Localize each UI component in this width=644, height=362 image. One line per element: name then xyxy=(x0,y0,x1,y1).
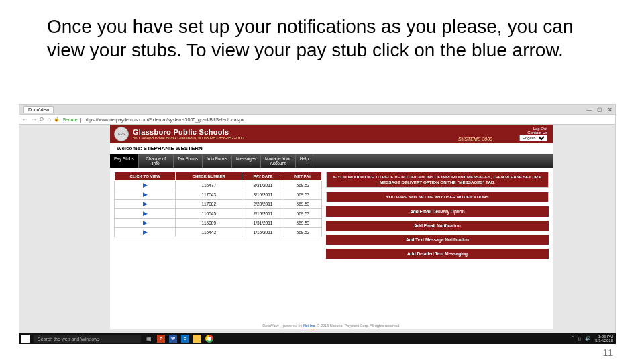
cell-date: 2/28/2011 xyxy=(242,200,284,209)
table-row: ▶1170433/15/2011569.53 xyxy=(115,190,322,200)
add-text-message-button[interactable]: Add Text Message Notification xyxy=(326,235,549,245)
view-arrow-icon[interactable]: ▶ xyxy=(143,182,148,188)
tray-up-icon[interactable]: ˄ xyxy=(572,336,574,341)
cell-net: 569.53 xyxy=(284,200,321,209)
cell-check: 115443 xyxy=(176,228,242,237)
window-close-icon[interactable]: ✕ xyxy=(608,107,612,113)
menu-help[interactable]: Help xyxy=(296,154,313,168)
notice-box: IF YOU WOULD LIKE TO RECEIVE NOTIFICATIO… xyxy=(326,172,549,188)
cell-net: 569.53 xyxy=(284,228,321,237)
browser-tab[interactable]: DocuView xyxy=(23,106,54,113)
empty-notice-box: YOU HAVE NOT SET UP ANY USER NOTIFICATIO… xyxy=(326,192,549,202)
slide-instruction: Once you have set up your notifications … xyxy=(47,15,610,62)
org-address: 560 Joseph Bowe Blvd • Glassboro, NJ 080… xyxy=(133,136,244,140)
outlook-icon[interactable]: O xyxy=(181,335,189,343)
browser-tabbar: DocuView — ▢ ✕ xyxy=(19,105,615,114)
menu-manage-account[interactable]: Manage Your Account xyxy=(261,154,296,168)
browser-viewport: GPS Glassboro Public Schools 560 Joseph … xyxy=(19,125,615,333)
cell-date: 3/31/2011 xyxy=(242,181,284,190)
nav-reload-icon[interactable]: ⟳ xyxy=(40,116,45,123)
app-page: GPS Glassboro Public Schools 560 Joseph … xyxy=(110,125,553,329)
nav-back-icon[interactable]: ← xyxy=(22,116,28,123)
cell-date: 2/15/2011 xyxy=(242,209,284,219)
table-row: ▶1154431/15/2011569.53 xyxy=(115,228,322,237)
th-date: PAY DATE xyxy=(242,172,284,181)
app-header: GPS Glassboro Public Schools 560 Joseph … xyxy=(110,125,553,143)
cell-net: 569.53 xyxy=(284,219,321,228)
browser-address-bar: ← → ⟳ ⌂ 🔒 Secure | https://www.netpaydem… xyxy=(19,114,615,125)
cell-date: 1/15/2011 xyxy=(242,228,284,237)
notice-text: IF YOU WOULD LIKE TO RECEIVE NOTIFICATIO… xyxy=(327,172,548,187)
cell-check: 116477 xyxy=(176,181,242,190)
browser-window: DocuView — ▢ ✕ ← → ⟳ ⌂ 🔒 Secure | https:… xyxy=(19,104,616,333)
brand-label: SYSTEMS 3000 xyxy=(458,137,492,141)
chrome-icon[interactable] xyxy=(205,335,213,343)
menu-info-forms[interactable]: Info Forms xyxy=(203,154,232,168)
url-separator: | xyxy=(80,117,82,122)
nav-forward-icon[interactable]: → xyxy=(31,116,37,123)
start-button-icon[interactable] xyxy=(21,335,30,343)
app-footer: DocuView – powered by Net Inc. © 2018 Na… xyxy=(110,324,553,328)
welcome-bar: Welcome: STEPHANIE WESTERN xyxy=(110,143,553,154)
cell-net: 569.53 xyxy=(284,190,321,200)
cell-net: 569.53 xyxy=(284,209,321,219)
main-menu: Pay Stubs Change of Info Tax Forms Info … xyxy=(110,154,553,168)
menu-messages[interactable]: Messages xyxy=(232,154,261,168)
language-select[interactable]: English xyxy=(519,135,547,141)
add-detailed-text-button[interactable]: Add Detailed Text Messaging xyxy=(326,249,549,259)
th-net: NET PAY xyxy=(284,172,321,181)
window-minimize-icon[interactable]: — xyxy=(586,107,592,113)
view-arrow-icon[interactable]: ▶ xyxy=(143,219,148,226)
footer-link[interactable]: Net Inc. xyxy=(303,324,316,328)
menu-change-info[interactable]: Change of Info xyxy=(139,154,174,168)
word-icon[interactable]: W xyxy=(169,335,177,343)
table-row: ▶1165452/15/2011569.53 xyxy=(115,209,322,219)
task-view-icon[interactable]: ▦ xyxy=(145,335,153,343)
taskbar-date: 5/14/2018 xyxy=(595,339,613,343)
cell-date: 3/15/2011 xyxy=(242,190,284,200)
table-row: ▶1170822/28/2011569.53 xyxy=(115,200,322,209)
view-arrow-icon[interactable]: ▶ xyxy=(143,191,148,198)
th-check: CHECK NUMBER xyxy=(176,172,242,181)
cell-date: 1/31/2011 xyxy=(242,219,284,228)
view-arrow-icon[interactable]: ▶ xyxy=(143,210,148,217)
cell-check: 116545 xyxy=(176,209,242,219)
menu-tax-forms[interactable]: Tax Forms xyxy=(174,154,203,168)
add-email-delivery-button[interactable]: Add Email Delivery Option xyxy=(326,206,549,217)
cell-check: 116089 xyxy=(176,219,242,228)
th-click: CLICK TO VIEW xyxy=(115,172,176,181)
windows-taskbar: Search the web and Windows ▦ P W O ˄ ▯ 🔊… xyxy=(19,333,616,344)
table-row: ▶1164773/31/2011569.53 xyxy=(115,181,322,190)
pay-stub-table: CLICK TO VIEW CHECK NUMBER PAY DATE NET … xyxy=(114,172,322,237)
cell-check: 117043 xyxy=(176,190,242,200)
org-name: Glassboro Public Schools xyxy=(133,128,244,136)
address-url[interactable]: https://www.netpaydemos.com/External/sys… xyxy=(84,117,244,122)
table-row: ▶1160891/31/2011569.53 xyxy=(115,219,322,228)
window-maximize-icon[interactable]: ▢ xyxy=(597,107,602,113)
tray-network-icon[interactable]: ▯ xyxy=(578,336,581,341)
school-seal-icon: GPS xyxy=(114,127,129,141)
lock-icon: 🔒 xyxy=(54,117,60,122)
add-email-notification-button[interactable]: Add Email Notification xyxy=(326,221,549,231)
view-arrow-icon[interactable]: ▶ xyxy=(143,229,148,235)
powerpoint-icon[interactable]: P xyxy=(157,335,165,343)
menu-pay-stubs[interactable]: Pay Stubs xyxy=(110,154,139,168)
secure-label: Secure xyxy=(62,117,77,122)
slide-number: 11 xyxy=(602,347,613,358)
file-explorer-icon[interactable] xyxy=(193,335,201,343)
cell-net: 569.53 xyxy=(284,181,321,190)
nav-home-icon[interactable]: ⌂ xyxy=(48,116,51,123)
empty-notice-text: YOU HAVE NOT SET UP ANY USER NOTIFICATIO… xyxy=(327,192,548,202)
view-arrow-icon[interactable]: ▶ xyxy=(143,200,148,207)
tray-volume-icon[interactable]: 🔊 xyxy=(585,336,591,341)
cell-check: 117082 xyxy=(176,200,242,209)
taskbar-search[interactable]: Search the web and Windows xyxy=(34,335,141,343)
